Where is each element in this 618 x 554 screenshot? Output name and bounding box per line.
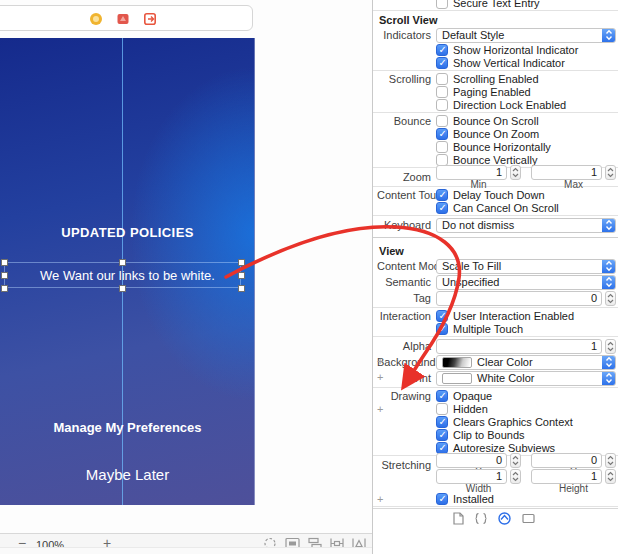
maybe-later-label[interactable]: Maybe Later [0,466,255,483]
field-value: 0 [591,292,597,304]
add-user-defined-attribute-button[interactable]: + [377,493,387,505]
stepper-control[interactable] [510,165,521,180]
selection-handle[interactable] [1,285,8,292]
checkbox[interactable] [436,128,448,140]
inspector-row: Content ModeScale To Fill [377,258,616,274]
checkbox[interactable] [436,493,448,505]
stepper-control[interactable] [510,469,521,484]
checkbox[interactable] [436,416,448,428]
checkbox-label: Multiple Touch [453,323,523,335]
checkbox[interactable] [436,403,448,415]
checkbox[interactable] [436,115,448,127]
row-label: Indicators [377,29,436,41]
color-well[interactable] [442,357,472,368]
number-field[interactable]: 0 [436,291,602,306]
attributes-inspector-icon[interactable] [498,512,511,525]
checkbox[interactable] [436,73,448,85]
selection-handle[interactable] [1,272,8,279]
file-inspector-icon[interactable] [453,512,464,525]
selection-handle[interactable] [1,259,8,266]
color-well[interactable] [442,373,472,384]
inspector-row: +Hidden [377,402,616,415]
checkbox[interactable] [436,141,448,153]
inspector-row: Zoom11MinMax [377,169,616,185]
inspector-row: Multiple Touch [377,322,616,335]
stepper-control[interactable] [510,453,521,468]
section-header: View [377,243,616,258]
field-value: 0 [496,454,502,466]
stepper-control[interactable] [605,453,616,468]
size-inspector-icon[interactable] [522,512,535,525]
selection-handle[interactable] [238,285,245,292]
checkbox-label: Secure Text Entry [453,0,540,9]
field-pair: 11MinMax [436,165,616,190]
add-user-defined-attribute-button[interactable]: + [377,371,387,383]
first-responder-icon[interactable] [117,13,129,25]
selection-handle[interactable] [119,285,126,292]
checkbox-label: Bounce Horizontally [453,141,551,153]
checkbox-label: Show Horizontal Indicator [453,44,578,56]
stepper-control[interactable] [605,291,616,306]
inspector-row: Clears Graphics Context [377,415,616,428]
dropdown-value: Default Style [442,29,615,41]
checkbox[interactable] [436,310,448,322]
add-user-defined-attribute-button[interactable]: + [377,355,387,367]
checkbox[interactable] [436,0,448,9]
storyboard-editor: UPDATED POLICIES We Want our links to be… [0,0,372,554]
checkbox[interactable] [436,323,448,335]
row-label: Alpha [377,340,436,352]
selection-handle[interactable] [238,272,245,279]
selection-handle[interactable] [238,259,245,266]
number-field[interactable]: 1 [531,469,602,484]
stepper-control[interactable] [605,469,616,484]
number-field[interactable]: 1 [436,339,602,354]
checkbox[interactable] [436,44,448,56]
checkbox[interactable] [436,429,448,441]
checkbox[interactable] [436,57,448,69]
inspector-row: Bounce On Zoom [377,127,616,140]
dropdown[interactable]: Unspecified [436,275,616,290]
stepper-control[interactable] [605,339,616,354]
updated-policies-label[interactable]: UPDATED POLICIES [0,225,255,240]
manage-preferences-label[interactable]: Manage My Preferences [0,420,255,435]
checkbox[interactable] [436,390,448,402]
stepper-control[interactable] [605,165,616,180]
inspector-row: SemanticUnspecified [377,274,616,290]
canvas-footer-bar: − 100% + [0,533,372,554]
checkbox-label: Scrolling Enabled [453,73,539,85]
inspector-row: Content TouchDelay Touch Down [377,188,616,201]
number-field[interactable]: 0 [436,453,507,468]
row-label: Keyboard [377,219,436,231]
view-controller-icon[interactable] [90,13,102,25]
checkbox-label: Opaque [453,390,492,402]
field-value: 1 [496,470,502,482]
inspector-row: IndicatorsDefault Style [377,27,616,43]
dropdown[interactable]: Do not dismiss [436,218,616,233]
number-field[interactable]: 1 [531,165,602,180]
dropdown-value: Unspecified [442,276,615,288]
field-value: 1 [591,166,597,178]
dropdown[interactable]: Default Style [436,28,616,43]
checkbox[interactable] [436,189,448,201]
chevron-up-down-icon [602,219,615,232]
number-field[interactable]: 1 [436,469,507,484]
dropdown[interactable]: Clear Color [436,355,616,370]
scroll-view-canvas[interactable]: UPDATED POLICIES We Want our links to be… [0,38,255,505]
checkbox-label: Clears Graphics Context [453,416,573,428]
dropdown-value: Scale To Fill [442,260,615,272]
checkbox[interactable] [436,202,448,214]
number-field[interactable]: 0 [531,453,602,468]
exit-icon[interactable] [144,13,156,25]
selection-handle[interactable] [119,259,126,266]
number-field[interactable]: 1 [436,165,507,180]
dropdown[interactable]: Scale To Fill [436,259,616,274]
divider [373,387,618,388]
checkbox[interactable] [436,99,448,111]
inspector-row: +TintWhite Color [377,370,616,386]
dropdown[interactable]: White Color [436,371,616,386]
add-user-defined-attribute-button[interactable]: + [377,403,387,415]
checkbox[interactable] [436,86,448,98]
scene-dock [0,5,253,31]
quick-help-icon[interactable] [475,512,487,525]
selected-label[interactable]: We Want our links to be white. [0,268,255,283]
